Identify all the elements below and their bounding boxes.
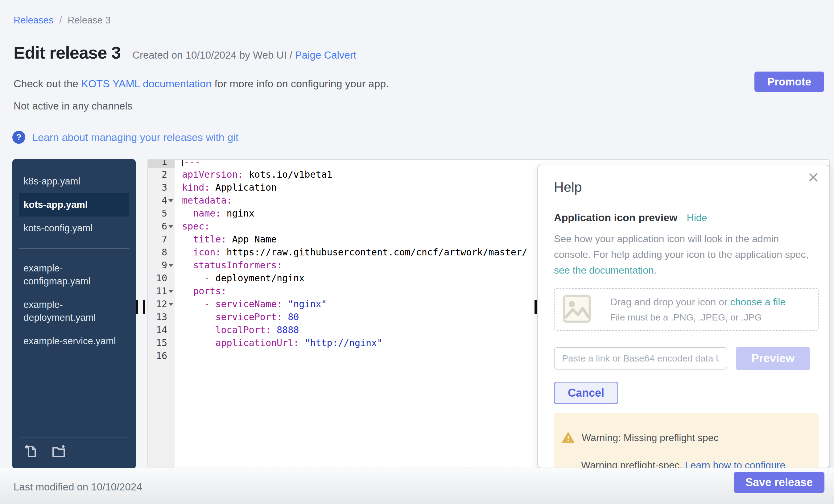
dropzone-text: Drag and drop your icon or choose a file… bbox=[610, 297, 786, 323]
file-group-divider bbox=[19, 248, 129, 248]
line-number: 4 bbox=[148, 194, 175, 207]
kots-yaml-doc-link[interactable]: KOTS YAML documentation bbox=[81, 78, 212, 89]
code-text bbox=[175, 349, 182, 363]
code-text: servicePort: 80 bbox=[175, 311, 299, 324]
icon-preview-description: See how your application icon will look … bbox=[554, 231, 812, 278]
help-panel: Help Application icon preview Hide See h… bbox=[537, 165, 830, 468]
line-number: 13 bbox=[148, 311, 175, 324]
created-by-link[interactable]: Paige Calvert bbox=[295, 49, 356, 61]
file-type-hint: File must be a .PNG, .JPEG, or .JPG bbox=[610, 312, 786, 323]
icon-dropzone[interactable]: Drag and drop your icon or choose a file… bbox=[554, 288, 818, 331]
code-text: localPort: 8888 bbox=[175, 324, 299, 336]
sidebar-resize-handle[interactable] bbox=[143, 300, 145, 314]
fold-arrow-icon[interactable] bbox=[169, 225, 173, 228]
save-release-button[interactable]: Save release bbox=[734, 472, 825, 493]
close-icon[interactable] bbox=[807, 171, 820, 185]
page-title: Edit release 3 bbox=[14, 43, 120, 63]
preview-button[interactable]: Preview bbox=[736, 347, 810, 370]
fold-arrow-icon[interactable] bbox=[169, 303, 173, 306]
line-number: 15 bbox=[148, 336, 175, 349]
code-text: applicationUrl: "http://nginx" bbox=[175, 336, 382, 349]
image-placeholder-icon bbox=[563, 294, 591, 324]
code-text: --- bbox=[175, 159, 200, 168]
file-item-example-deployment.yaml[interactable]: example-deployment.yaml bbox=[19, 293, 129, 329]
choose-file-link[interactable]: choose a file bbox=[730, 297, 786, 308]
question-circle-icon: ? bbox=[12, 131, 25, 144]
text-cursor bbox=[182, 159, 183, 166]
add-folder-icon[interactable] bbox=[51, 444, 66, 460]
line-number: 7 bbox=[148, 233, 175, 246]
file-item-kots-config.yaml[interactable]: kots-config.yaml bbox=[19, 217, 129, 240]
icon-preview-title: Application icon preview bbox=[554, 212, 678, 224]
code-text: - serviceName: "nginx" bbox=[175, 298, 327, 311]
line-number: 3 bbox=[148, 181, 175, 194]
line-number: 2 bbox=[148, 168, 175, 181]
kots-doc-info: Check out the KOTS YAML documentation fo… bbox=[14, 78, 389, 90]
line-number: 11 bbox=[148, 285, 175, 298]
code-text: apiVersion: kots.io/v1beta1 bbox=[175, 168, 332, 181]
code-text: kind: Application bbox=[175, 181, 277, 194]
icon-url-row: Preview bbox=[554, 347, 818, 370]
code-text: name: nginx bbox=[175, 207, 255, 220]
line-number: 9 bbox=[148, 259, 175, 272]
file-item-example-configmap.yaml[interactable]: example-configmap.yaml bbox=[19, 257, 129, 293]
file-tree-sidebar: k8s-app.yamlkots-app.yamlkots-config.yam… bbox=[12, 159, 136, 469]
icon-preview-header: Application icon preview Hide bbox=[554, 212, 829, 224]
preflight-warning: Warning: Missing preflight spec Warning … bbox=[554, 413, 818, 468]
icon-url-input[interactable] bbox=[554, 347, 727, 370]
fold-arrow-icon[interactable] bbox=[169, 199, 173, 202]
learn-configure-link[interactable]: Learn how to configure bbox=[685, 460, 786, 468]
last-modified: Last modified on 10/10/2024 bbox=[14, 481, 142, 493]
see-documentation-link[interactable]: see the documentation bbox=[554, 265, 654, 276]
file-tree-actions bbox=[20, 437, 128, 469]
line-number: 16 bbox=[148, 349, 175, 363]
title-row: Edit release 3 Created on 10/10/2024 by … bbox=[14, 43, 356, 63]
cancel-button[interactable]: Cancel bbox=[554, 382, 618, 404]
fold-arrow-icon[interactable] bbox=[169, 290, 173, 293]
promote-button[interactable]: Promote bbox=[754, 71, 824, 92]
breadcrumb-releases-link[interactable]: Releases bbox=[14, 15, 53, 26]
breadcrumb-current: Release 3 bbox=[68, 15, 111, 26]
file-list: k8s-app.yamlkots-app.yamlkots-config.yam… bbox=[12, 170, 136, 353]
code-text: statusInformers: bbox=[175, 259, 282, 272]
code-text: metadata: bbox=[175, 194, 232, 207]
sidebar-resize-handle[interactable] bbox=[136, 300, 138, 314]
git-releases-link[interactable]: Learn about managing your releases with … bbox=[32, 131, 238, 144]
file-item-example-service.yaml[interactable]: example-service.yaml bbox=[19, 329, 129, 353]
help-title: Help bbox=[554, 179, 829, 195]
line-number: 14 bbox=[148, 324, 175, 336]
line-number: 10 bbox=[148, 272, 175, 285]
warning-title: Warning: Missing preflight spec bbox=[582, 432, 718, 443]
line-number: 5 bbox=[148, 207, 175, 220]
code-text: spec: bbox=[175, 220, 210, 233]
code-text: - deployment/nginx bbox=[175, 272, 304, 285]
file-item-kots-app.yaml[interactable]: kots-app.yaml bbox=[19, 193, 129, 217]
code-text: icon: https://raw.githubusercontent.com/… bbox=[175, 246, 527, 259]
created-info: Created on 10/10/2024 by Web UI / Paige … bbox=[132, 49, 356, 61]
warning-detail: Warning preflight-spec. Learn how to con… bbox=[581, 460, 809, 468]
code-text: ports: bbox=[175, 285, 227, 298]
code-text: title: App Name bbox=[175, 233, 277, 246]
git-help-row: ? Learn about managing your releases wit… bbox=[12, 131, 238, 144]
line-number: 6 bbox=[148, 220, 175, 233]
line-number: 1 bbox=[148, 159, 175, 168]
channel-status: Not active in any channels bbox=[14, 100, 132, 112]
breadcrumb: Releases / Release 3 bbox=[14, 15, 111, 26]
line-number: 12 bbox=[148, 298, 175, 311]
file-item-k8s-app.yaml[interactable]: k8s-app.yaml bbox=[19, 170, 129, 193]
footer-bar: Last modified on 10/10/2024 Save release bbox=[0, 468, 834, 504]
hide-link[interactable]: Hide bbox=[687, 212, 707, 224]
edit-release-page: Releases / Release 3 Edit release 3 Crea… bbox=[0, 0, 834, 504]
line-number: 8 bbox=[148, 246, 175, 259]
breadcrumb-separator: / bbox=[59, 15, 62, 26]
fold-arrow-icon[interactable] bbox=[169, 264, 173, 267]
add-file-icon[interactable] bbox=[24, 444, 39, 460]
warning-triangle-icon bbox=[562, 432, 574, 443]
help-panel-resize-handle[interactable] bbox=[534, 300, 537, 314]
